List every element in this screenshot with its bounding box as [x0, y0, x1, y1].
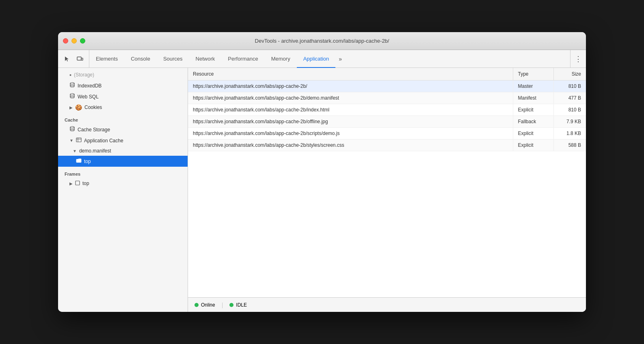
- sidebar-item-faded-storage[interactable]: ▪ (Storage): [58, 70, 188, 80]
- table-row[interactable]: https://archive.jonathanstark.com/labs/a…: [188, 139, 586, 151]
- status-separator: |: [222, 302, 223, 308]
- cursor-icon-button[interactable]: [61, 53, 73, 65]
- app-cache-icon: [76, 137, 82, 144]
- status-bar: Online | IDLE: [188, 297, 586, 312]
- close-button[interactable]: [63, 38, 68, 44]
- sidebar-item-demo-manifest[interactable]: ▼ demo.manifest: [58, 146, 188, 156]
- size-cell: 588 B: [553, 139, 586, 151]
- type-cell: Explicit: [513, 104, 553, 116]
- size-cell: 1.8 KB: [553, 128, 586, 139]
- tab-elements[interactable]: Elements: [89, 50, 124, 68]
- svg-point-2: [70, 83, 74, 84]
- toolbar-left: [58, 50, 89, 67]
- top-frame-label: top: [82, 181, 89, 186]
- sidebar-item-cache-storage[interactable]: Cache Storage: [58, 124, 188, 135]
- online-indicator: Online: [194, 302, 215, 308]
- sidebar-item-app-cache[interactable]: ▼ Application Cache: [58, 135, 188, 146]
- size-column-header: Size: [553, 68, 586, 81]
- sidebar-item-indexeddb[interactable]: IndexedDB: [58, 80, 188, 91]
- top-frame-arrow: ▶: [69, 181, 73, 186]
- frames-section-label: Frames: [58, 167, 188, 178]
- size-cell: 477 B: [553, 92, 586, 104]
- top-cache-icon: [76, 158, 82, 165]
- window-title: DevTools - archive.jonathanstark.com/lab…: [255, 38, 389, 44]
- minimize-button[interactable]: [71, 38, 77, 44]
- more-tabs-button[interactable]: »: [335, 50, 345, 67]
- maximize-button[interactable]: [80, 38, 85, 44]
- resource-cell: https://archive.jonathanstark.com/labs/a…: [188, 116, 513, 128]
- svg-point-3: [70, 94, 74, 95]
- resources-table: Resource Type Size https://archive.jonat…: [188, 68, 586, 151]
- traffic-lights: [63, 38, 85, 44]
- resource-cell: https://archive.jonathanstark.com/labs/a…: [188, 81, 513, 92]
- resource-column-header: Resource: [188, 68, 513, 81]
- storage-faded-icon: ▪: [69, 72, 71, 78]
- svg-rect-8: [76, 181, 80, 185]
- online-dot: [194, 303, 199, 307]
- cache-storage-icon: [69, 126, 75, 133]
- type-cell: Fallback: [513, 116, 553, 128]
- toolbar: Elements Console Sources Network Perform…: [58, 50, 586, 68]
- table-row[interactable]: https://archive.jonathanstark.com/labs/a…: [188, 128, 586, 139]
- cookies-label: Cookies: [84, 105, 102, 110]
- tab-application[interactable]: Application: [297, 50, 336, 68]
- size-cell: 810 B: [553, 104, 586, 116]
- app-cache-label: Application Cache: [84, 138, 123, 144]
- type-column-header: Type: [513, 68, 553, 81]
- devtools-window: DevTools - archive.jonathanstark.com/lab…: [58, 32, 586, 312]
- demo-manifest-arrow: ▼: [73, 149, 77, 153]
- sidebar-item-top-frame[interactable]: ▶ top: [58, 178, 188, 189]
- tab-performance[interactable]: Performance: [221, 50, 264, 68]
- cookies-arrow: ▶: [69, 105, 73, 110]
- toolbar-tabs: Elements Console Sources Network Perform…: [89, 50, 570, 67]
- svg-rect-5: [76, 138, 81, 142]
- table-row[interactable]: https://archive.jonathanstark.com/labs/a…: [188, 81, 586, 92]
- table-row[interactable]: https://archive.jonathanstark.com/labs/a…: [188, 104, 586, 116]
- table-container: Resource Type Size https://archive.jonat…: [188, 68, 586, 297]
- cookies-icon: 🍪: [75, 104, 82, 111]
- sidebar: ▪ (Storage) IndexedDB: [58, 68, 188, 312]
- tab-console[interactable]: Console: [124, 50, 157, 68]
- menu-button[interactable]: ⋮: [570, 50, 586, 67]
- tab-memory[interactable]: Memory: [265, 50, 297, 68]
- cache-section-label: Cache: [58, 113, 188, 124]
- cache-storage-label: Cache Storage: [78, 127, 110, 133]
- svg-rect-1: [81, 58, 83, 60]
- main-panel: Resource Type Size https://archive.jonat…: [188, 68, 586, 312]
- indexeddb-icon: [69, 82, 75, 89]
- type-cell: Explicit: [513, 139, 553, 151]
- resource-cell: https://archive.jonathanstark.com/labs/a…: [188, 104, 513, 116]
- idle-label: IDLE: [236, 302, 247, 308]
- table-row[interactable]: https://archive.jonathanstark.com/labs/a…: [188, 92, 586, 104]
- idle-dot: [229, 303, 233, 307]
- sidebar-item-top-cache[interactable]: top: [58, 156, 188, 167]
- type-cell: Explicit: [513, 128, 553, 139]
- size-cell: 810 B: [553, 81, 586, 92]
- tab-network[interactable]: Network: [189, 50, 222, 68]
- tab-sources[interactable]: Sources: [157, 50, 189, 68]
- top-cache-label: top: [84, 159, 91, 164]
- sidebar-item-cookies[interactable]: ▶ 🍪 Cookies: [58, 102, 188, 113]
- demo-manifest-label: demo.manifest: [79, 148, 111, 154]
- indexeddb-label: IndexedDB: [78, 83, 102, 89]
- type-cell: Master: [513, 81, 553, 92]
- resource-cell: https://archive.jonathanstark.com/labs/a…: [188, 92, 513, 104]
- responsive-icon-button[interactable]: [74, 53, 86, 65]
- svg-point-4: [70, 126, 74, 128]
- resource-cell: https://archive.jonathanstark.com/labs/a…: [188, 139, 513, 151]
- idle-indicator: IDLE: [229, 302, 247, 308]
- main-content: ▪ (Storage) IndexedDB: [58, 68, 586, 312]
- titlebar: DevTools - archive.jonathanstark.com/lab…: [58, 32, 586, 50]
- websql-icon: [69, 93, 75, 100]
- type-cell: Manifest: [513, 92, 553, 104]
- resource-cell: https://archive.jonathanstark.com/labs/a…: [188, 128, 513, 139]
- svg-rect-0: [77, 57, 81, 60]
- top-frame-icon: [75, 180, 80, 187]
- app-cache-arrow: ▼: [69, 138, 73, 143]
- sidebar-item-websql[interactable]: Web SQL: [58, 91, 188, 102]
- online-label: Online: [201, 302, 215, 308]
- size-cell: 7.9 KB: [553, 116, 586, 128]
- table-row[interactable]: https://archive.jonathanstark.com/labs/a…: [188, 116, 586, 128]
- websql-label: Web SQL: [78, 94, 99, 100]
